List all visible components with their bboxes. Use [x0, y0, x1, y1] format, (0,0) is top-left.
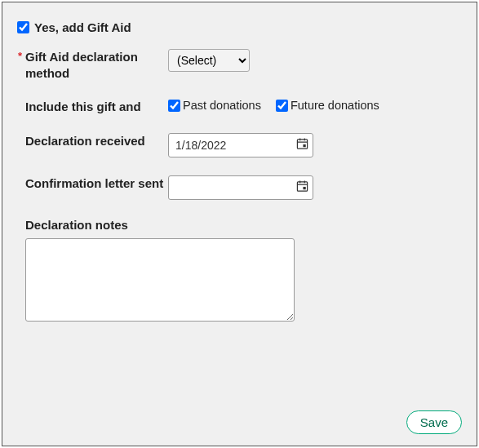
gift-aid-panel: Yes, add Gift Aid * Gift Aid declaration… [2, 2, 477, 446]
button-row: Save [406, 410, 462, 434]
declaration-method-select[interactable]: (Select) [168, 49, 250, 72]
confirmation-sent-input[interactable] [168, 175, 313, 200]
label-declaration-received: Declaration received [25, 133, 168, 149]
gift-aid-toggle-row: Yes, add Gift Aid [17, 20, 462, 34]
future-donations-option: Future donations [276, 99, 379, 112]
gift-aid-checkbox[interactable] [17, 21, 29, 33]
future-donations-checkbox[interactable] [276, 100, 288, 112]
save-button[interactable]: Save [406, 410, 462, 434]
gift-aid-form: * Gift Aid declaration method (Select) I… [17, 49, 462, 325]
label-confirmation-sent: Confirmation letter sent [25, 175, 168, 192]
label-include-gift: Include this gift and [25, 99, 168, 115]
declaration-notes-textarea[interactable] [25, 238, 295, 322]
past-donations-checkbox[interactable] [168, 100, 180, 112]
gift-aid-checkbox-label: Yes, add Gift Aid [34, 20, 131, 34]
row-declaration-received: Declaration received [25, 133, 462, 157]
declaration-received-input[interactable] [168, 133, 313, 157]
label-declaration-method: * Gift Aid declaration method [25, 49, 168, 81]
row-declaration-notes: Declaration notes [25, 218, 462, 325]
row-declaration-method: * Gift Aid declaration method (Select) [25, 49, 462, 81]
future-donations-label: Future donations [291, 99, 379, 112]
row-confirmation-sent: Confirmation letter sent [25, 175, 462, 200]
row-include-gift: Include this gift and Past donations Fut… [25, 99, 462, 115]
past-donations-label: Past donations [183, 99, 261, 112]
label-declaration-notes: Declaration notes [25, 218, 462, 232]
required-mark: * [18, 50, 22, 64]
past-donations-option: Past donations [168, 99, 261, 112]
